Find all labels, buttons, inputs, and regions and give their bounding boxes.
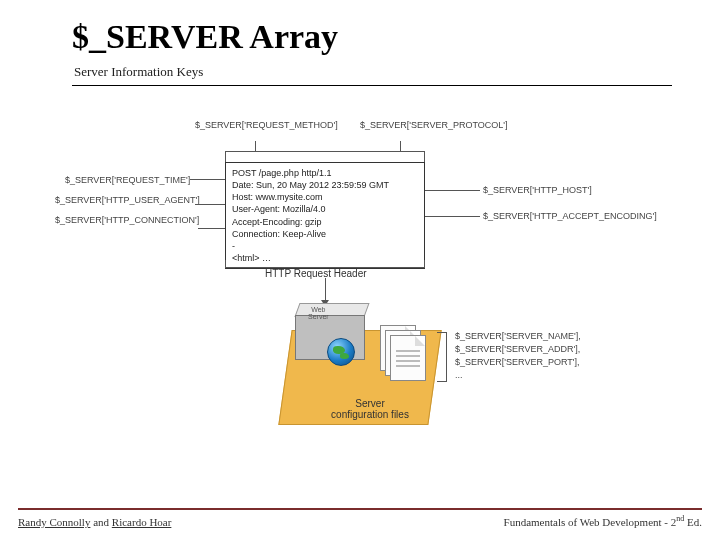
req-line: User-Agent: Mozilla/4.0 — [232, 203, 418, 215]
connector — [190, 179, 225, 180]
req-line: Accept-Encoding: gzip — [232, 216, 418, 228]
label-http-accept-encoding: $_SERVER['HTTP_ACCEPT_ENCODING'] — [483, 211, 657, 221]
request-caption: HTTP Request Header — [265, 268, 367, 279]
web-server-label: WebServer — [308, 306, 329, 320]
label-http-host: $_SERVER['HTTP_HOST'] — [483, 185, 592, 195]
footer-rule — [18, 508, 702, 510]
label-ellipsis: ... — [455, 369, 581, 382]
title-rule — [72, 85, 672, 86]
server-caption: Serverconfiguration files — [320, 398, 420, 420]
req-line: Connection: Keep-Alive — [232, 228, 418, 240]
label-server-port: $_SERVER['SERVER_PORT'], — [455, 356, 581, 369]
footer-authors: Randy Connolly and Ricardo Hoar — [18, 516, 171, 528]
book-suffix: Ed. — [684, 516, 702, 528]
slide-title: $_SERVER Array — [72, 18, 338, 56]
req-line: Date: Sun, 20 May 2012 23:59:59 GMT — [232, 179, 418, 191]
footer-and: and — [90, 516, 111, 528]
label-server-protocol: $_SERVER['SERVER_PROTOCOL'] — [360, 120, 508, 130]
req-line: - — [232, 240, 418, 252]
http-request-box: POST /page.php http/1.1 Date: Sun, 20 Ma… — [225, 162, 425, 269]
connector — [425, 190, 480, 191]
slide-subtitle: Server Information Keys — [74, 64, 203, 80]
bottom-bracket — [225, 260, 425, 268]
tick-line — [255, 141, 256, 151]
connector — [198, 228, 225, 229]
connector — [195, 204, 225, 205]
label-request-method: $_SERVER['REQUEST_METHOD'] — [195, 120, 338, 130]
label-http-user-agent: $_SERVER['HTTP_USER_AGENT'] — [55, 195, 200, 205]
author-1: Randy Connolly — [18, 516, 90, 528]
label-request-time: $_SERVER['REQUEST_TIME'] — [65, 175, 190, 185]
label-server-name: $_SERVER['SERVER_NAME'], — [455, 330, 581, 343]
tick-line — [400, 141, 401, 151]
arrow-down — [325, 278, 326, 302]
right-brace — [437, 332, 447, 382]
server-keys-group: $_SERVER['SERVER_NAME'], $_SERVER['SERVE… — [455, 330, 581, 382]
connector — [425, 216, 480, 217]
footer-book: Fundamentals of Web Development - 2nd Ed… — [504, 514, 702, 528]
req-line: POST /page.php http/1.1 — [232, 167, 418, 179]
globe-icon — [327, 338, 355, 366]
diagram: $_SERVER['REQUEST_METHOD'] $_SERVER['SER… — [35, 110, 685, 450]
req-line: Host: www.mysite.com — [232, 191, 418, 203]
label-server-addr: $_SERVER['SERVER_ADDR'], — [455, 343, 581, 356]
document-icon — [390, 335, 426, 381]
label-http-connection: $_SERVER['HTTP_CONNECTION'] — [55, 215, 199, 225]
author-2: Ricardo Hoar — [112, 516, 172, 528]
book-prefix: Fundamentals of Web Development - 2 — [504, 516, 677, 528]
